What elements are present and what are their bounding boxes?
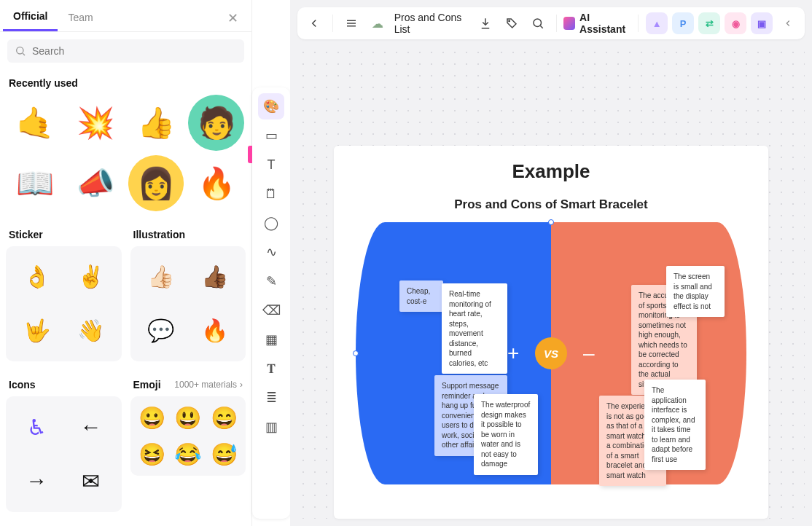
avatar-female[interactable]: 👩	[128, 155, 184, 211]
sweat-emoji[interactable]: 😅	[210, 440, 239, 469]
shape-icon[interactable]: ◯	[258, 210, 284, 236]
emoji-more-link[interactable]: 1000+ materials›	[174, 380, 243, 390]
sticky-note[interactable]: The waterproof design makes it possible …	[474, 394, 538, 475]
list-icon[interactable]: ≣	[258, 385, 284, 411]
nope-sticker[interactable]: 🤙	[7, 95, 63, 151]
svg-point-6	[534, 19, 542, 27]
present-chip[interactable]: P	[672, 12, 694, 34]
folder-fire[interactable]: 🔥	[192, 307, 238, 354]
section-sticker-title: Sticker	[9, 229, 119, 240]
book-icon[interactable]: 📖	[7, 155, 63, 211]
collapse-right-button[interactable]	[777, 11, 799, 36]
frame-icon[interactable]: ▭	[258, 122, 284, 149]
eraser-icon[interactable]: ⌫	[258, 297, 284, 323]
search-button[interactable]	[527, 11, 549, 36]
selection-handle-left[interactable]	[353, 350, 359, 356]
thumb-dark[interactable]: 👍🏾	[192, 254, 238, 300]
svg-point-0	[17, 47, 23, 54]
section-illustration-title: Illustration	[133, 229, 243, 240]
beam-emoji[interactable]: 😃	[173, 404, 203, 433]
pros-cons-shape[interactable]: + – VS Cheap, cost-eReal-time monitoring…	[356, 222, 746, 484]
close-panel-button[interactable]: ✕	[220, 6, 246, 31]
tab-team[interactable]: Team	[58, 6, 103, 31]
tag-button[interactable]	[501, 11, 523, 36]
board-title: Pros and Cons of Smart Bracelet	[356, 197, 746, 212]
ai-logo-icon	[563, 17, 575, 30]
download-button[interactable]	[475, 11, 496, 36]
tab-official[interactable]: Official	[3, 4, 58, 31]
comment-chip[interactable]: ▣	[751, 12, 773, 34]
section-icons-title: Icons	[9, 379, 119, 390]
assets-scroll[interactable]: Recently used 🤙💥👍🧑📖📣👩🔥 Sticker 👌✌️🤟👋 Ill…	[0, 70, 251, 526]
section-recent-title: Recently used	[9, 77, 243, 89]
doc-title[interactable]: Pros and Cons List	[394, 12, 470, 35]
search-icon	[15, 45, 26, 57]
table-icon[interactable]: ▦	[258, 326, 284, 353]
ok-hand[interactable]: 👌	[13, 254, 60, 300]
assets-panel: Official Team ✕ Recently used 🤙💥👍🧑📖📣👩🔥 S…	[0, 0, 252, 526]
done-sticker[interactable]: 👍	[128, 95, 184, 151]
hi-hand[interactable]: 👋	[67, 307, 114, 354]
board-heading: Example	[356, 160, 746, 183]
topbar: ☁︎ Pros and Cons List AI Assistant ▲P⇄◉▣	[297, 7, 805, 39]
back-button[interactable]	[303, 11, 325, 36]
icons-grid: ♿︎←→✉︎	[6, 396, 122, 512]
section-emoji-title: Emoji 1000+ materials›	[133, 379, 243, 390]
connector-icon[interactable]: ∿	[258, 239, 284, 265]
text-tool-icon[interactable]: T	[258, 152, 284, 178]
megaphone-icon[interactable]: 📣	[68, 155, 124, 211]
ai-assistant-button[interactable]: AI Assistant	[563, 12, 631, 35]
minus-icon: –	[583, 342, 595, 365]
vertical-toolbar: 🎨▭T🗒◯∿✎⌫▦𝐓≣▥	[252, 0, 290, 526]
sticky-note[interactable]: The screen is small and the display effe…	[666, 266, 725, 317]
emoji-grid: 😀😃😄😆😂😅	[130, 396, 246, 476]
rock-hand[interactable]: 🤟	[13, 307, 60, 354]
recent-grid: 🤙💥👍🧑📖📣👩🔥	[6, 95, 246, 211]
selection-handle-top[interactable]	[548, 219, 554, 225]
cloud-sync-icon[interactable]: ☁︎	[367, 11, 389, 36]
thumb-light[interactable]: 👍🏻	[138, 254, 184, 300]
plus-icon: +	[507, 342, 519, 365]
svg-line-1	[23, 53, 25, 55]
chat-heart[interactable]: 💬	[138, 307, 184, 354]
textbox-icon[interactable]: 𝐓	[258, 356, 284, 382]
grin-emoji[interactable]: 😀	[138, 404, 167, 433]
svg-line-7	[540, 25, 542, 28]
burst-sticker[interactable]: 💥	[68, 95, 124, 151]
peace-hand[interactable]: ✌️	[67, 254, 114, 300]
mail-icon[interactable]: ✉︎	[67, 458, 114, 504]
laugh-emoji[interactable]: 😆	[138, 440, 167, 469]
record-chip[interactable]: ◉	[725, 12, 746, 34]
smile-emoji[interactable]: 😄	[210, 404, 239, 433]
sticker-grid: 👌✌️🤟👋	[6, 246, 122, 362]
arrow-right-icon[interactable]: →	[13, 458, 60, 504]
accessibility-icon[interactable]: ♿︎	[13, 404, 60, 450]
hot-sticker[interactable]: 🔥	[188, 155, 244, 211]
menu-button[interactable]	[340, 11, 362, 36]
illustration-grid: 👍🏻👍🏾💬🔥	[130, 246, 246, 362]
svg-point-5	[508, 20, 510, 22]
assets-icon[interactable]: 🎨	[258, 93, 284, 119]
arrow-left-icon[interactable]: ←	[67, 404, 114, 450]
sticky-note[interactable]: Cheap, cost-e	[399, 280, 443, 312]
panel-handle[interactable]	[248, 146, 252, 163]
image-chip[interactable]: ▲	[646, 12, 668, 34]
avatar-male[interactable]: 🧑	[188, 95, 244, 151]
sticky-note[interactable]: Real-time monitoring of heart rate, step…	[442, 283, 507, 374]
pen-icon[interactable]: ✎	[258, 268, 284, 294]
note-icon[interactable]: 🗒	[258, 181, 284, 207]
sticky-note[interactable]: The application interface is complex, an…	[644, 380, 706, 470]
panel-tabs: Official Team ✕	[0, 0, 251, 32]
search-input[interactable]	[32, 45, 237, 57]
canvas-area[interactable]: ☁︎ Pros and Cons List AI Assistant ▲P⇄◉▣…	[290, 0, 812, 526]
squint-emoji[interactable]: 😂	[173, 440, 203, 469]
share-chip[interactable]: ⇄	[698, 12, 720, 34]
board-frame[interactable]: Example Pros and Cons of Smart Bracelet …	[334, 146, 768, 519]
kanban-icon[interactable]: ▥	[258, 414, 284, 440]
search-input-wrap[interactable]	[7, 39, 244, 63]
vs-badge[interactable]: VS	[535, 337, 567, 369]
